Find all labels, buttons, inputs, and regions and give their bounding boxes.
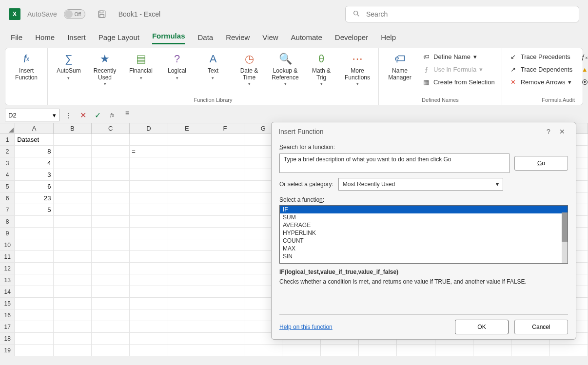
cell[interactable]: 23 [15, 192, 53, 204]
col-header[interactable]: C [92, 123, 130, 134]
cell[interactable] [168, 216, 206, 227]
cell[interactable] [206, 216, 244, 227]
row-header[interactable]: 15 [0, 298, 15, 309]
help-icon[interactable]: ? [542, 128, 555, 135]
close-icon[interactable]: ✕ [555, 128, 569, 135]
cell[interactable] [130, 239, 168, 250]
cell[interactable] [511, 345, 549, 356]
cell[interactable] [15, 298, 53, 309]
cell[interactable] [92, 333, 130, 344]
cell[interactable] [92, 309, 130, 321]
cell[interactable] [54, 228, 92, 239]
cell[interactable] [206, 169, 244, 180]
cell[interactable] [130, 157, 168, 169]
cell[interactable] [130, 216, 168, 227]
cell[interactable] [168, 204, 206, 215]
cell[interactable] [206, 321, 244, 332]
tab-data[interactable]: Data [197, 33, 213, 44]
cell[interactable] [92, 204, 130, 215]
cell[interactable] [92, 228, 130, 239]
cell[interactable] [168, 181, 206, 192]
cell[interactable] [92, 134, 130, 145]
cell[interactable] [168, 345, 206, 356]
date-time-button[interactable]: ◷Date & Time▾ [233, 50, 265, 86]
cell[interactable] [168, 286, 206, 297]
cell[interactable] [168, 321, 206, 332]
insert-function-button[interactable]: fx Insert Function [10, 50, 42, 81]
cell[interactable] [54, 298, 92, 309]
cell[interactable] [54, 134, 92, 145]
search-box[interactable] [345, 6, 579, 22]
cell[interactable] [15, 228, 53, 239]
cell[interactable] [206, 192, 244, 204]
cell[interactable] [54, 251, 92, 262]
cell[interactable] [54, 169, 92, 180]
cell[interactable] [244, 345, 282, 356]
row-header[interactable]: 12 [0, 263, 15, 274]
fx-button[interactable]: fx [106, 109, 118, 121]
function-list-item[interactable]: SUM [280, 213, 568, 221]
cell[interactable] [168, 169, 206, 180]
cell[interactable] [15, 345, 53, 356]
cell[interactable] [130, 286, 168, 297]
cell[interactable] [130, 192, 168, 204]
cancel-button[interactable]: Cancel [514, 320, 568, 334]
autosave-toggle[interactable]: Off [64, 9, 85, 19]
cell[interactable] [168, 309, 206, 321]
cell[interactable] [92, 216, 130, 227]
tab-help[interactable]: Help [381, 33, 396, 44]
cell[interactable] [130, 181, 168, 192]
row-header[interactable]: 14 [0, 286, 15, 297]
cell[interactable] [206, 134, 244, 145]
cell[interactable] [550, 345, 588, 356]
cell[interactable] [15, 216, 53, 227]
cell[interactable] [206, 204, 244, 215]
more-functions-button[interactable]: ⋯More Functions▾ [341, 50, 373, 86]
cell[interactable] [168, 239, 206, 250]
cell[interactable] [15, 274, 53, 286]
col-header[interactable]: D [130, 123, 168, 134]
cell[interactable] [15, 321, 53, 332]
row-header[interactable]: 3 [0, 157, 15, 169]
help-on-function-link[interactable]: Help on this function [279, 324, 333, 330]
recently-used-button[interactable]: ★Recently Used▾ [89, 50, 121, 86]
cell[interactable] [130, 321, 168, 332]
cell[interactable] [168, 134, 206, 145]
cell[interactable] [206, 298, 244, 309]
trace-precedents-button[interactable]: ↙Trace Precedents [507, 51, 574, 62]
cell[interactable] [206, 345, 244, 356]
name-box[interactable]: D2 ▾ [5, 109, 59, 121]
cell[interactable] [282, 345, 320, 356]
row-header[interactable]: 7 [0, 204, 15, 215]
cell[interactable]: 5 [15, 204, 53, 215]
row-header[interactable]: 9 [0, 228, 15, 239]
tab-insert[interactable]: Insert [67, 33, 86, 44]
cell[interactable] [168, 157, 206, 169]
function-listbox[interactable]: IFSUMAVERAGEHYPERLINKCOUNTMAXSIN [279, 205, 568, 264]
ok-button[interactable]: OK [455, 320, 509, 334]
cell[interactable] [92, 251, 130, 262]
tab-automate[interactable]: Automate [291, 33, 322, 44]
cell[interactable] [92, 286, 130, 297]
row-header[interactable]: 5 [0, 181, 15, 192]
cell[interactable] [130, 333, 168, 344]
cell[interactable] [130, 228, 168, 239]
trace-dependents-button[interactable]: ↗Trace Dependents [507, 64, 574, 75]
cell[interactable]: 4 [15, 157, 53, 169]
row-header[interactable]: 11 [0, 251, 15, 262]
row-header[interactable]: 16 [0, 309, 15, 321]
show-formulas-button[interactable]: ƒₓShow [578, 51, 588, 62]
error-checking-button[interactable]: ▲Error [578, 64, 588, 75]
tab-formulas[interactable]: Formulas [152, 32, 185, 44]
cell[interactable] [92, 146, 130, 157]
cell[interactable] [54, 204, 92, 215]
cell[interactable] [206, 146, 244, 157]
autosum-button[interactable]: ∑AutoSum▾ [53, 50, 85, 81]
cell[interactable] [54, 146, 92, 157]
cell[interactable] [92, 298, 130, 309]
cell[interactable] [206, 286, 244, 297]
cell[interactable] [54, 181, 92, 192]
cell[interactable] [168, 298, 206, 309]
col-header[interactable]: F [206, 123, 244, 134]
cell[interactable] [92, 157, 130, 169]
